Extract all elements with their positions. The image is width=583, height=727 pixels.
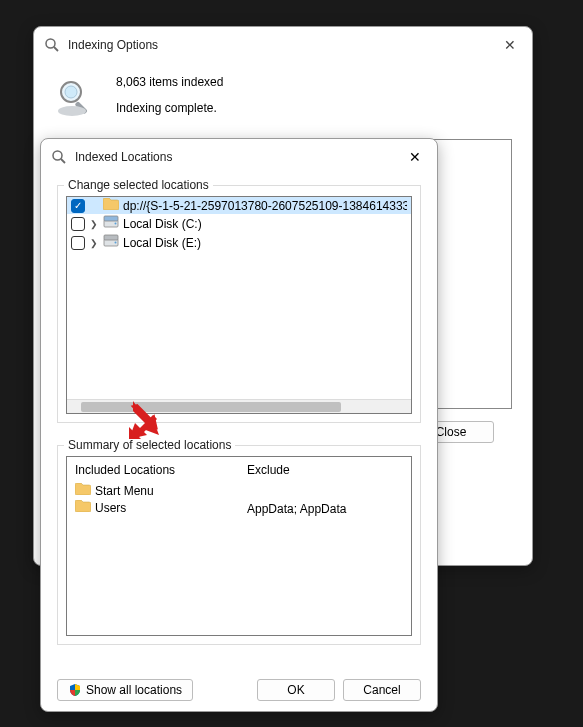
- included-header: Included Locations: [75, 463, 231, 477]
- svg-line-1: [54, 47, 58, 51]
- group-label: Change selected locations: [64, 178, 213, 192]
- exclude-row: AppData; AppData: [247, 501, 403, 517]
- folder-icon: [75, 483, 91, 498]
- show-all-label: Show all locations: [86, 683, 182, 697]
- shield-icon: [68, 683, 82, 697]
- exclude-header: Exclude: [247, 463, 403, 477]
- tree-item-label: Local Disk (E:): [123, 236, 201, 250]
- titlebar: Indexing Options ✕: [34, 27, 532, 61]
- folder-icon: [103, 198, 119, 213]
- svg-point-10: [115, 223, 117, 225]
- close-icon[interactable]: ✕: [403, 147, 427, 167]
- svg-point-5: [58, 106, 86, 116]
- cancel-button[interactable]: Cancel: [343, 679, 421, 701]
- locations-tree[interactable]: ✓dp://{S-1-5-21-2597013780-2607525109-13…: [66, 196, 412, 414]
- drive-icon: [103, 215, 119, 232]
- tree-item[interactable]: ❯Local Disk (E:): [67, 233, 411, 252]
- svg-rect-9: [104, 216, 118, 221]
- drive-icon: [103, 234, 119, 251]
- change-locations-group: Change selected locations ✓dp://{S-1-5-2…: [57, 185, 421, 423]
- titlebar: Indexed Locations ✕: [41, 139, 437, 173]
- tree-item[interactable]: ✓dp://{S-1-5-21-2597013780-2607525109-13…: [67, 197, 411, 214]
- indexing-status-text: Indexing complete.: [116, 101, 223, 115]
- group-label: Summary of selected locations: [64, 438, 235, 452]
- svg-rect-12: [104, 235, 118, 240]
- included-location-row[interactable]: Start Menu: [75, 483, 231, 498]
- tree-item-label: Local Disk (C:): [123, 217, 202, 231]
- chevron-right-icon[interactable]: ❯: [89, 219, 99, 229]
- included-label: Start Menu: [95, 484, 154, 498]
- svg-point-0: [46, 39, 55, 48]
- exclude-row: [247, 483, 403, 499]
- svg-point-13: [115, 242, 117, 244]
- search-icon: [51, 149, 67, 165]
- scrollbar-thumb[interactable]: [81, 402, 341, 412]
- tree-checkbox[interactable]: ✓: [71, 199, 85, 213]
- horizontal-scrollbar[interactable]: [67, 399, 411, 413]
- folder-icon: [75, 500, 91, 515]
- show-all-locations-button[interactable]: Show all locations: [57, 679, 193, 701]
- svg-point-3: [65, 86, 77, 98]
- included-location-row[interactable]: Users: [75, 500, 231, 515]
- tree-item-label: dp://{S-1-5-21-2597013780-2607525109-138…: [123, 199, 407, 213]
- close-icon[interactable]: ✕: [498, 35, 522, 55]
- indexing-icon: [54, 77, 96, 119]
- svg-line-7: [61, 159, 65, 163]
- dialog-title: Indexing Options: [68, 38, 158, 52]
- summary-group: Summary of selected locations Included L…: [57, 445, 421, 645]
- dialog-title: Indexed Locations: [75, 150, 172, 164]
- tree-item[interactable]: ❯Local Disk (C:): [67, 214, 411, 233]
- search-icon: [44, 37, 60, 53]
- chevron-right-icon[interactable]: ❯: [89, 238, 99, 248]
- indexed-locations-dialog: Indexed Locations ✕ Change selected loca…: [40, 138, 438, 712]
- tree-checkbox[interactable]: [71, 217, 85, 231]
- tree-checkbox[interactable]: [71, 236, 85, 250]
- items-indexed-text: 8,063 items indexed: [116, 75, 223, 89]
- included-label: Users: [95, 501, 126, 515]
- button-row: Show all locations OK Cancel: [57, 669, 421, 701]
- ok-button[interactable]: OK: [257, 679, 335, 701]
- summary-table: Included Locations Start MenuUsers Exclu…: [66, 456, 412, 636]
- svg-point-6: [53, 151, 62, 160]
